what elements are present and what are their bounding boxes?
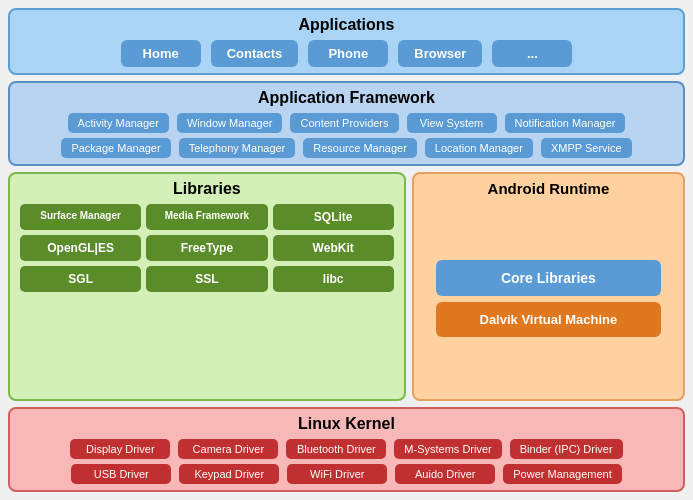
app-home[interactable]: Home (121, 40, 201, 67)
android-runtime-title: Android Runtime (424, 180, 673, 197)
lib-surface-manager[interactable]: Surface Manager (20, 204, 141, 230)
core-libraries-btn[interactable]: Core Libraries (436, 260, 660, 296)
fw-activity-manager[interactable]: Activity Manager (68, 113, 169, 133)
kernel-keypad-driver[interactable]: Keypad Driver (179, 464, 279, 484)
kernel-msystems-driver[interactable]: M-Systems Driver (394, 439, 501, 459)
applications-row: Home Contacts Phone Browser ... (20, 40, 673, 67)
fw-window-manager[interactable]: Window Manager (177, 113, 283, 133)
framework-row-2: Package Manager Telephony Manager Resour… (20, 138, 673, 158)
kernel-wifi-driver[interactable]: WiFi Driver (287, 464, 387, 484)
kernel-camera-driver[interactable]: Camera Driver (178, 439, 278, 459)
runtime-inner: Core Libraries Dalvik Virtual Machine (424, 203, 673, 393)
libraries-section: Libraries Surface Manager Media Framewor… (8, 172, 406, 401)
app-framework-section: Application Framework Activity Manager W… (8, 81, 685, 166)
android-runtime-section: Android Runtime Core Libraries Dalvik Vi… (412, 172, 685, 401)
lib-ssl[interactable]: SSL (146, 266, 267, 292)
fw-resource-manager[interactable]: Resource Manager (303, 138, 417, 158)
fw-location-manager[interactable]: Location Manager (425, 138, 533, 158)
framework-rows: Activity Manager Window Manager Content … (20, 113, 673, 158)
fw-xmpp-service[interactable]: XMPP Service (541, 138, 632, 158)
lib-webkit[interactable]: WebKit (273, 235, 394, 261)
lib-freetype[interactable]: FreeType (146, 235, 267, 261)
lib-opengl[interactable]: OpenGL|ES (20, 235, 141, 261)
app-framework-title: Application Framework (20, 89, 673, 107)
lib-sqlite[interactable]: SQLite (273, 204, 394, 230)
kernel-audio-driver[interactable]: Auido Driver (395, 464, 495, 484)
middle-row: Libraries Surface Manager Media Framewor… (8, 172, 685, 401)
android-architecture-diagram: Applications Home Contacts Phone Browser… (0, 0, 693, 500)
framework-row-1: Activity Manager Window Manager Content … (20, 113, 673, 133)
fw-notification-manager[interactable]: Notification Manager (505, 113, 626, 133)
lib-media-framework[interactable]: Media Framework (146, 204, 267, 230)
kernel-row-2: USB Driver Keypad Driver WiFi Driver Aui… (20, 464, 673, 484)
kernel-binder-driver[interactable]: Binder (IPC) Driver (510, 439, 623, 459)
linux-kernel-title: Linux Kernel (20, 415, 673, 433)
linux-kernel-section: Linux Kernel Display Driver Camera Drive… (8, 407, 685, 492)
dalvik-vm-btn[interactable]: Dalvik Virtual Machine (436, 302, 660, 337)
fw-view-system[interactable]: View System (407, 113, 497, 133)
kernel-power-management[interactable]: Power Management (503, 464, 621, 484)
libraries-title: Libraries (20, 180, 394, 198)
lib-libc[interactable]: libc (273, 266, 394, 292)
kernel-usb-driver[interactable]: USB Driver (71, 464, 171, 484)
fw-telephony-manager[interactable]: Telephony Manager (179, 138, 296, 158)
fw-content-providers[interactable]: Content Providers (290, 113, 398, 133)
kernel-rows: Display Driver Camera Driver Bluetooth D… (20, 439, 673, 484)
app-browser[interactable]: Browser (398, 40, 482, 67)
applications-title: Applications (20, 16, 673, 34)
lib-sgl[interactable]: SGL (20, 266, 141, 292)
libraries-grid: Surface Manager Media Framework SQLite O… (20, 204, 394, 292)
app-phone[interactable]: Phone (308, 40, 388, 67)
kernel-bluetooth-driver[interactable]: Bluetooth Driver (286, 439, 386, 459)
kernel-display-driver[interactable]: Display Driver (70, 439, 170, 459)
app-contacts[interactable]: Contacts (211, 40, 299, 67)
applications-section: Applications Home Contacts Phone Browser… (8, 8, 685, 75)
app-more[interactable]: ... (492, 40, 572, 67)
fw-package-manager[interactable]: Package Manager (61, 138, 170, 158)
kernel-row-1: Display Driver Camera Driver Bluetooth D… (20, 439, 673, 459)
